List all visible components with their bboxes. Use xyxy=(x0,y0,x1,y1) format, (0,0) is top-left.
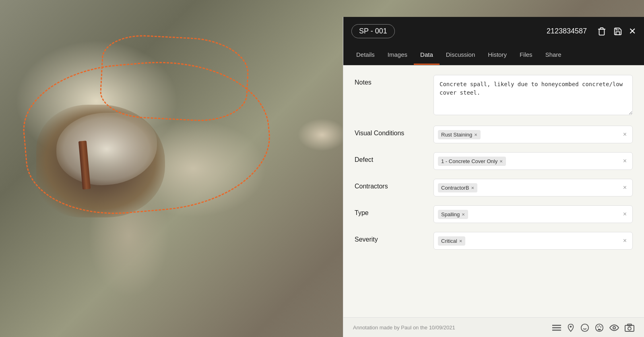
visual-conditions-tag-rust-staining: Rust Staining × xyxy=(438,130,481,139)
contractors-clear-button[interactable]: × xyxy=(621,184,628,191)
defect-tag-concrete-cover-only: 1 - Concrete Cover Only × xyxy=(438,157,506,166)
svg-point-10 xyxy=(600,327,601,328)
severity-label: Severity xyxy=(355,232,427,243)
panel-id-badge: SP - 001 xyxy=(351,24,395,38)
defect-field: 1 - Concrete Cover Only × × xyxy=(433,152,633,170)
inspection-panel: SP - 001 2123834587 ✕ Details Images xyxy=(343,17,644,337)
type-remove-spalling[interactable]: × xyxy=(462,212,465,217)
notes-label: Notes xyxy=(355,75,427,86)
footer-icons xyxy=(552,323,634,332)
defect-row: Defect 1 - Concrete Cover Only × × xyxy=(355,152,633,170)
defect-label: Defect xyxy=(355,152,427,163)
visual-conditions-row: Visual Conditions Rust Staining × × xyxy=(355,126,633,143)
tag-label: Rust Staining xyxy=(441,132,472,138)
type-row: Type Spalling × × xyxy=(355,205,633,223)
panel-id-label: SP - 001 xyxy=(359,27,387,35)
tag-label: 1 - Concrete Cover Only xyxy=(441,158,497,164)
type-tag-field[interactable]: Spalling × × xyxy=(433,205,633,223)
tab-details[interactable]: Details xyxy=(350,45,381,65)
svg-point-3 xyxy=(570,326,572,328)
tab-share[interactable]: Share xyxy=(539,45,568,65)
contractors-label: Contractors xyxy=(355,179,427,190)
close-button[interactable]: ✕ xyxy=(629,27,636,36)
type-tag-spalling: Spalling × xyxy=(438,210,468,219)
visual-conditions-remove-rust-staining[interactable]: × xyxy=(474,132,477,137)
visual-conditions-tag-field[interactable]: Rust Staining × × xyxy=(433,126,633,143)
panel-id-number: 2123834587 xyxy=(547,27,587,35)
severity-tag-field[interactable]: Critical × × xyxy=(433,232,633,250)
tab-files[interactable]: Files xyxy=(513,45,539,65)
type-clear-button[interactable]: × xyxy=(621,211,628,218)
visibility-icon[interactable] xyxy=(609,323,619,332)
visual-conditions-field: Rust Staining × × xyxy=(433,126,633,143)
annotation-info: Annotation made by Paul on the 10/09/202… xyxy=(353,325,455,331)
contractors-tag-field[interactable]: ContractorB × × xyxy=(433,179,633,196)
panel-tabs: Details Images Data Discussion History F… xyxy=(343,45,644,65)
defect-tag-field[interactable]: 1 - Concrete Cover Only × × xyxy=(433,152,633,170)
panel-header-actions: ✕ xyxy=(597,26,636,37)
severity-row: Severity Critical × × xyxy=(355,232,633,250)
svg-point-14 xyxy=(628,327,631,330)
type-label: Type xyxy=(355,205,427,217)
svg-point-4 xyxy=(581,324,588,331)
panel-footer: Annotation made by Paul on the 10/09/202… xyxy=(343,317,644,337)
severity-field: Critical × × xyxy=(433,232,633,250)
svg-point-8 xyxy=(597,327,599,328)
tab-discussion[interactable]: Discussion xyxy=(440,45,482,65)
visual-conditions-label: Visual Conditions xyxy=(355,126,427,137)
severity-clear-button[interactable]: × xyxy=(621,237,628,244)
emoji-icon[interactable] xyxy=(580,323,589,332)
steel-beam xyxy=(109,0,189,113)
tag-label: Critical xyxy=(441,238,457,244)
location-icon[interactable] xyxy=(567,323,575,332)
severity-remove-critical[interactable]: × xyxy=(459,238,462,244)
notes-textarea[interactable]: Concrete spall, likely due to honeycombe… xyxy=(433,75,633,115)
save-button[interactable] xyxy=(613,26,623,37)
tab-data[interactable]: Data xyxy=(414,45,440,65)
defect-clear-button[interactable]: × xyxy=(621,157,628,165)
notes-field: Concrete spall, likely due to honeycombe… xyxy=(433,75,633,117)
notes-row: Notes Concrete spall, likely due to hone… xyxy=(355,75,633,117)
type-field: Spalling × × xyxy=(433,205,633,223)
menu-icon[interactable] xyxy=(552,323,561,332)
contractors-field: ContractorB × × xyxy=(433,179,633,196)
panel-content: Notes Concrete spall, likely due to hone… xyxy=(343,65,644,317)
svg-point-7 xyxy=(596,324,603,331)
contractors-remove-contractorb[interactable]: × xyxy=(471,185,474,190)
svg-point-9 xyxy=(599,325,600,327)
palette-icon[interactable] xyxy=(595,323,604,332)
delete-button[interactable] xyxy=(597,26,607,37)
visual-conditions-clear-button[interactable]: × xyxy=(621,131,628,138)
severity-tag-critical: Critical × xyxy=(438,236,465,246)
tag-label: Spalling xyxy=(441,211,460,217)
tab-images[interactable]: Images xyxy=(381,45,414,65)
tag-label: ContractorB xyxy=(441,185,469,191)
tab-history[interactable]: History xyxy=(481,45,513,65)
contractors-row: Contractors ContractorB × × xyxy=(355,179,633,196)
defect-remove-concrete-cover[interactable]: × xyxy=(500,159,503,164)
panel-header: SP - 001 2123834587 ✕ xyxy=(343,17,644,45)
svg-point-11 xyxy=(613,327,615,329)
camera-icon[interactable] xyxy=(625,323,634,332)
contractors-tag-contractorb: ContractorB × xyxy=(438,183,477,192)
